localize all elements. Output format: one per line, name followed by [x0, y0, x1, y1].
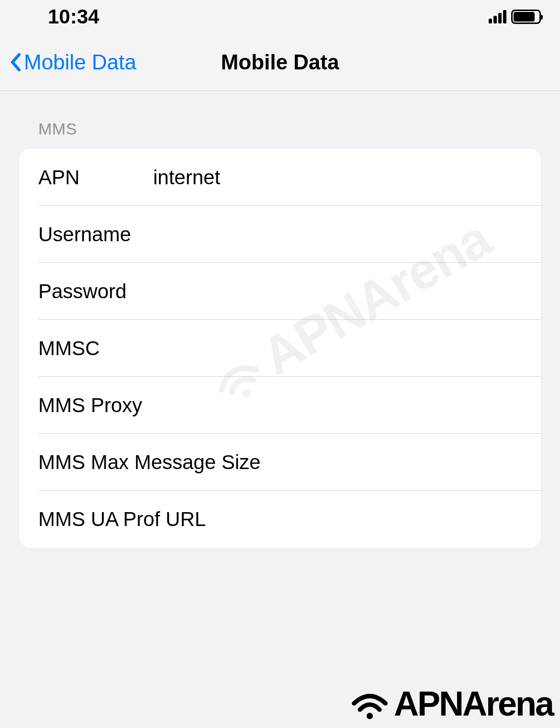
row-apn[interactable]: APN	[19, 149, 541, 206]
label-mmsc: MMSC	[38, 337, 153, 360]
input-apn[interactable]	[153, 166, 541, 189]
input-mms-max-size[interactable]	[288, 451, 541, 474]
input-mms-proxy[interactable]	[288, 394, 541, 417]
cellular-signal-icon	[489, 10, 506, 23]
row-mms-max-size[interactable]: MMS Max Message Size	[19, 434, 541, 491]
label-mms-max-size: MMS Max Message Size	[38, 451, 288, 474]
label-apn: APN	[38, 166, 153, 189]
label-password: Password	[38, 280, 153, 303]
back-button[interactable]: Mobile Data	[10, 50, 136, 74]
input-password[interactable]	[153, 280, 541, 303]
row-mmsc[interactable]: MMSC	[19, 320, 541, 377]
status-time: 10:34	[48, 5, 99, 28]
back-label: Mobile Data	[24, 50, 136, 74]
brand-footer: APNArena	[349, 684, 553, 723]
navigation-bar: Mobile Data Mobile Data	[0, 34, 560, 91]
battery-icon	[511, 10, 541, 24]
settings-group-mms: APN Username Password MMSC MMS Proxy MMS…	[19, 149, 541, 548]
row-mms-proxy[interactable]: MMS Proxy	[19, 377, 541, 434]
status-bar: 10:34	[0, 0, 560, 34]
page-title: Mobile Data	[221, 50, 339, 74]
svg-point-1	[367, 713, 373, 719]
row-password[interactable]: Password	[19, 263, 541, 320]
input-mms-ua-prof[interactable]	[288, 508, 541, 531]
content-area: MMS APN Username Password MMSC MMS Proxy…	[0, 91, 560, 548]
label-mms-ua-prof: MMS UA Prof URL	[38, 508, 288, 531]
label-username: Username	[38, 223, 153, 246]
input-username[interactable]	[153, 223, 541, 246]
brand-text: APNArena	[394, 684, 553, 723]
wifi-icon	[349, 687, 390, 720]
row-username[interactable]: Username	[19, 206, 541, 263]
section-header-mms: MMS	[19, 120, 541, 149]
row-mms-ua-prof[interactable]: MMS UA Prof URL	[19, 491, 541, 548]
chevron-left-icon	[10, 53, 21, 72]
label-mms-proxy: MMS Proxy	[38, 394, 288, 417]
status-icons	[489, 10, 541, 24]
input-mmsc[interactable]	[153, 337, 541, 360]
